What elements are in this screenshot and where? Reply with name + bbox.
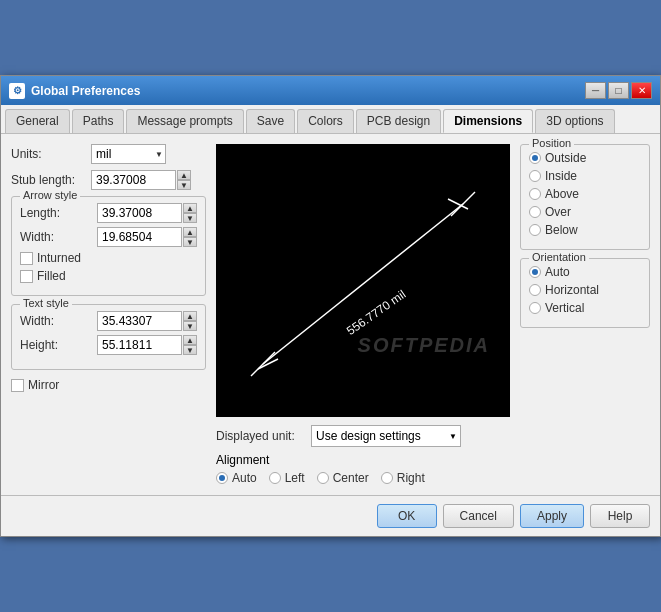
text-width-input-container: ▲ ▼ xyxy=(97,311,197,331)
orient-auto-row[interactable]: Auto xyxy=(529,265,641,279)
align-auto-label: Auto xyxy=(232,471,257,485)
position-group-label: Position xyxy=(529,137,574,149)
window-title: Global Preferences xyxy=(31,84,140,98)
filled-label: Filled xyxy=(37,269,66,283)
orient-auto-radio[interactable] xyxy=(529,266,541,278)
orient-horizontal-row[interactable]: Horizontal xyxy=(529,283,641,297)
align-left-radio[interactable] xyxy=(269,472,281,484)
arrow-length-spinner: ▲ ▼ xyxy=(183,203,197,223)
orient-vertical-row[interactable]: Vertical xyxy=(529,301,641,315)
align-right-row[interactable]: Right xyxy=(381,471,425,485)
text-height-label: Height: xyxy=(20,338,97,352)
stub-length-input[interactable] xyxy=(91,170,176,190)
pos-below-radio[interactable] xyxy=(529,224,541,236)
filled-checkbox-row[interactable]: Filled xyxy=(20,269,197,283)
svg-line-1 xyxy=(251,352,275,376)
arrow-length-down[interactable]: ▼ xyxy=(183,213,197,223)
text-height-input[interactable] xyxy=(97,335,182,355)
stub-length-spinner: ▲ ▼ xyxy=(177,170,191,190)
help-button[interactable]: Help xyxy=(590,504,650,528)
arrow-width-up[interactable]: ▲ xyxy=(183,227,197,237)
orientation-group-label: Orientation xyxy=(529,251,589,263)
pos-above-radio[interactable] xyxy=(529,188,541,200)
footer: OK Cancel Apply Help xyxy=(1,495,660,536)
units-select-wrapper: mil mm in xyxy=(91,144,166,164)
align-auto-row[interactable]: Auto xyxy=(216,471,257,485)
align-center-radio[interactable] xyxy=(317,472,329,484)
text-width-input[interactable] xyxy=(97,311,182,331)
global-preferences-window: ⚙ Global Preferences ─ □ ✕ General Paths… xyxy=(0,75,661,537)
pos-over-label: Over xyxy=(545,205,571,219)
arrow-length-up[interactable]: ▲ xyxy=(183,203,197,213)
pos-inside-radio[interactable] xyxy=(529,170,541,182)
arrow-width-label: Width: xyxy=(20,230,97,244)
displayed-unit-select[interactable]: Use design settings mil mm in xyxy=(311,425,461,447)
preview-svg: 556.7770 mil xyxy=(216,144,510,414)
tab-message-prompts[interactable]: Message prompts xyxy=(126,109,243,133)
orient-vertical-label: Vertical xyxy=(545,301,584,315)
text-height-down[interactable]: ▼ xyxy=(183,345,197,355)
align-right-radio[interactable] xyxy=(381,472,393,484)
align-auto-radio[interactable] xyxy=(216,472,228,484)
stub-length-input-container: ▲ ▼ xyxy=(91,170,191,190)
inturned-checkbox[interactable] xyxy=(20,252,33,265)
cancel-button[interactable]: Cancel xyxy=(443,504,514,528)
mirror-label: Mirror xyxy=(28,378,59,392)
pos-outside-radio[interactable] xyxy=(529,152,541,164)
window-icon: ⚙ xyxy=(9,83,25,99)
pos-inside-row[interactable]: Inside xyxy=(529,169,641,183)
units-row: Units: mil mm in xyxy=(11,144,206,164)
mirror-checkbox-row[interactable]: Mirror xyxy=(11,378,206,392)
stub-length-down[interactable]: ▼ xyxy=(177,180,191,190)
orientation-group: Orientation Auto Horizontal Vertical xyxy=(520,258,650,328)
text-height-spinner: ▲ ▼ xyxy=(183,335,197,355)
arrow-width-input[interactable] xyxy=(97,227,182,247)
pos-outside-row[interactable]: Outside xyxy=(529,151,641,165)
minimize-button[interactable]: ─ xyxy=(585,82,606,99)
tab-general[interactable]: General xyxy=(5,109,70,133)
filled-checkbox[interactable] xyxy=(20,270,33,283)
arrow-length-label: Length: xyxy=(20,206,97,220)
tab-paths[interactable]: Paths xyxy=(72,109,125,133)
tab-save[interactable]: Save xyxy=(246,109,295,133)
pos-over-row[interactable]: Over xyxy=(529,205,641,219)
tab-colors[interactable]: Colors xyxy=(297,109,354,133)
mirror-checkbox[interactable] xyxy=(11,379,24,392)
inturned-checkbox-row[interactable]: Inturned xyxy=(20,251,197,265)
pos-below-row[interactable]: Below xyxy=(529,223,641,237)
maximize-button[interactable]: □ xyxy=(608,82,629,99)
text-width-up[interactable]: ▲ xyxy=(183,311,197,321)
align-left-label: Left xyxy=(285,471,305,485)
tab-3d-options[interactable]: 3D options xyxy=(535,109,614,133)
text-height-up[interactable]: ▲ xyxy=(183,335,197,345)
alignment-label: Alignment xyxy=(216,453,510,467)
displayed-unit-row: Displayed unit: Use design settings mil … xyxy=(216,425,510,447)
orient-horizontal-radio[interactable] xyxy=(529,284,541,296)
pos-above-label: Above xyxy=(545,187,579,201)
middle-panel: 556.7770 mil SOFTPEDIA Displayed unit: U… xyxy=(216,144,510,485)
text-width-down[interactable]: ▼ xyxy=(183,321,197,331)
arrow-length-input-container: ▲ ▼ xyxy=(97,203,197,223)
orient-vertical-radio[interactable] xyxy=(529,302,541,314)
arrow-width-down[interactable]: ▼ xyxy=(183,237,197,247)
ok-button[interactable]: OK xyxy=(377,504,437,528)
arrow-style-label: Arrow style xyxy=(20,189,80,201)
arrow-length-input[interactable] xyxy=(97,203,182,223)
tab-dimensions[interactable]: Dimensions xyxy=(443,109,533,133)
arrow-length-row: Length: ▲ ▼ xyxy=(20,203,197,223)
align-left-row[interactable]: Left xyxy=(269,471,305,485)
pos-over-radio[interactable] xyxy=(529,206,541,218)
pos-above-row[interactable]: Above xyxy=(529,187,641,201)
apply-button[interactable]: Apply xyxy=(520,504,584,528)
units-select[interactable]: mil mm in xyxy=(91,144,166,164)
align-center-row[interactable]: Center xyxy=(317,471,369,485)
text-height-input-container: ▲ ▼ xyxy=(97,335,197,355)
stub-length-up[interactable]: ▲ xyxy=(177,170,191,180)
arrow-width-row: Width: ▲ ▼ xyxy=(20,227,197,247)
displayed-unit-label: Displayed unit: xyxy=(216,429,311,443)
title-buttons: ─ □ ✕ xyxy=(585,82,652,99)
tab-pcb-design[interactable]: PCB design xyxy=(356,109,441,133)
align-center-label: Center xyxy=(333,471,369,485)
alignment-options: Auto Left Center Right xyxy=(216,471,510,485)
close-button[interactable]: ✕ xyxy=(631,82,652,99)
